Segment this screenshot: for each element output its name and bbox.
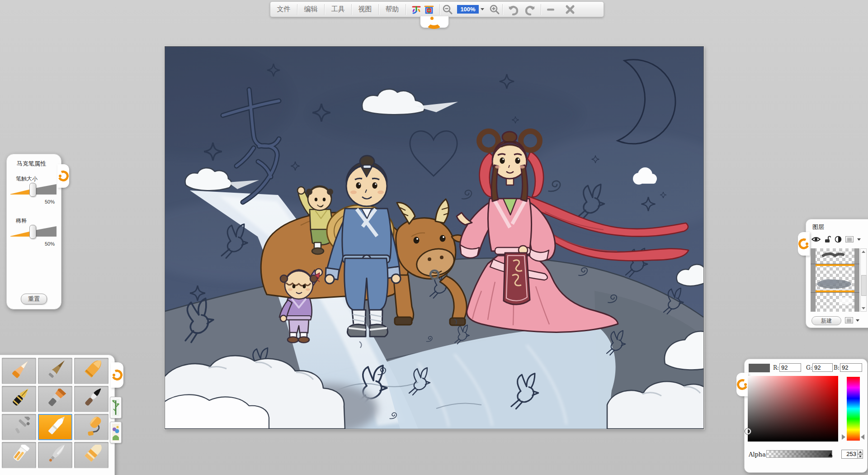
zoom-in-button[interactable] <box>487 2 502 17</box>
marker-panel-handle[interactable] <box>57 164 69 188</box>
layer-options-menu-button[interactable] <box>845 236 854 242</box>
green-value-input[interactable] <box>812 363 833 372</box>
new-layer-button[interactable]: 新建 <box>811 316 841 325</box>
brush-size-slider-handle[interactable] <box>29 183 36 197</box>
layer-list <box>811 248 859 312</box>
top-toolbar: 文件 编辑 工具 视图 帮助 <box>270 1 604 17</box>
brush-size-value: 50% <box>45 199 55 204</box>
layer-thumbnail <box>811 248 859 264</box>
tool-marker-selected[interactable] <box>38 414 72 440</box>
tool-palette-handle[interactable] <box>111 362 123 388</box>
layer-options-caret-icon[interactable] <box>857 238 861 241</box>
tool-flat-brush[interactable] <box>38 386 72 412</box>
tool-grid <box>2 358 108 468</box>
brush-size-label: 笔触大小 <box>16 175 38 183</box>
menu-tools[interactable]: 工具 <box>325 5 351 14</box>
layer-thumbnail <box>811 264 859 292</box>
layer-new-caret-icon[interactable] <box>856 319 859 322</box>
hue-marker-left-icon[interactable] <box>842 434 845 440</box>
logo-glyph-hua-icon <box>424 5 434 14</box>
color-panel-handle[interactable] <box>736 373 748 396</box>
menu-help[interactable]: 帮助 <box>379 5 406 14</box>
scrollbar-thumb[interactable] <box>861 275 867 296</box>
layer-opacity-contrast-icon[interactable] <box>835 236 842 243</box>
alpha-spin-up-button[interactable] <box>857 450 863 454</box>
redo-button[interactable] <box>522 2 541 17</box>
alpha-slider[interactable] <box>766 450 832 458</box>
tool-airbrush[interactable] <box>2 414 36 440</box>
close-button[interactable] <box>560 2 580 17</box>
tool-roller[interactable] <box>74 414 108 440</box>
brushpack-bamboo-button[interactable] <box>110 397 122 418</box>
dilution-slider-handle[interactable] <box>29 225 36 239</box>
bamboo-icon <box>112 399 119 416</box>
tool-eraser[interactable] <box>74 442 108 468</box>
picture-pack-icon <box>112 424 119 441</box>
blue-value-input[interactable] <box>840 363 862 372</box>
drawing-canvas[interactable] <box>165 46 704 429</box>
app-logo <box>406 2 439 17</box>
layer-item-sketch[interactable] <box>811 248 859 264</box>
dilution-label: 稀释 <box>16 217 27 225</box>
mascot-smile-icon <box>426 17 442 29</box>
panel-grip-dot-icon <box>59 175 61 177</box>
tool-crayon[interactable] <box>74 358 108 384</box>
panel-grip-dot-icon <box>744 383 747 386</box>
red-label: R: <box>773 365 779 371</box>
picture-pack-button[interactable] <box>110 422 122 443</box>
tool-pencil[interactable] <box>2 358 36 384</box>
layer-item-selected[interactable] <box>811 264 859 293</box>
hue-slider[interactable] <box>847 377 860 441</box>
reset-button[interactable]: 重置 <box>21 294 47 304</box>
red-value-input[interactable] <box>779 363 801 372</box>
qixi-artwork <box>165 47 703 429</box>
alpha-marker-icon[interactable] <box>828 453 833 456</box>
tool-silver-pen[interactable] <box>38 442 72 468</box>
layers-panel-title: 图层 <box>812 223 824 231</box>
layer-list-scrollbar[interactable] <box>860 248 867 312</box>
panel-grip-dot-icon <box>113 374 115 376</box>
zoom-out-button[interactable] <box>440 2 455 17</box>
hue-marker-right-icon[interactable] <box>861 434 864 440</box>
app-window: 文件 编辑 工具 视图 帮助 <box>0 0 868 475</box>
alpha-value-field[interactable]: 253 <box>841 450 858 459</box>
scroll-down-icon[interactable] <box>862 307 865 309</box>
brush-size-slider[interactable] <box>9 182 58 198</box>
scroll-up-icon[interactable] <box>862 251 865 253</box>
toolbar-mascot-tab[interactable] <box>420 16 449 28</box>
logo-glyph-le-icon <box>411 5 421 14</box>
layer-visibility-eye-icon[interactable] <box>811 236 821 242</box>
alpha-spinner <box>857 450 863 459</box>
layers-panel-handle[interactable] <box>798 232 810 256</box>
tool-fountain-pen[interactable] <box>2 386 36 412</box>
tool-wood-pen[interactable] <box>38 358 72 384</box>
tool-ink-brush[interactable] <box>74 386 108 412</box>
layer-new-options-button[interactable] <box>845 317 853 323</box>
menu-edit[interactable]: 编辑 <box>297 5 324 14</box>
minimize-button[interactable] <box>541 2 560 17</box>
marker-panel-title: 马克笔属性 <box>17 160 46 168</box>
zoom-dropdown-caret-icon[interactable] <box>481 8 484 10</box>
saturation-value-picker[interactable] <box>748 376 838 442</box>
color-picker-panel: R: G: B: Alpha 253 <box>744 359 868 473</box>
menu-view[interactable]: 视图 <box>352 5 378 14</box>
alpha-spin-down-button[interactable] <box>857 454 863 459</box>
green-label: G: <box>806 365 812 371</box>
tool-paint-jar[interactable] <box>2 442 36 468</box>
undo-button[interactable] <box>503 2 522 17</box>
zoom-level-field[interactable]: 100% <box>457 5 479 14</box>
layer-unlock-icon[interactable] <box>824 236 831 243</box>
sv-picker-handle[interactable] <box>745 428 751 434</box>
panel-grip-icon <box>736 378 750 392</box>
panel-grip-dot-icon <box>806 242 808 245</box>
menu-file[interactable]: 文件 <box>270 5 297 14</box>
current-color-swatch <box>749 364 770 372</box>
dilution-value: 50% <box>45 241 55 247</box>
marker-properties-panel: 马克笔属性 笔触大小 50% 稀释 50% 重置 <box>6 154 61 309</box>
layer-item-bottom[interactable] <box>811 293 859 312</box>
panel-grip-icon <box>797 237 811 251</box>
dilution-slider[interactable] <box>9 224 58 240</box>
alpha-label: Alpha <box>749 451 766 458</box>
layer-thumbnail <box>811 293 859 312</box>
tool-palette-panel <box>0 355 115 475</box>
